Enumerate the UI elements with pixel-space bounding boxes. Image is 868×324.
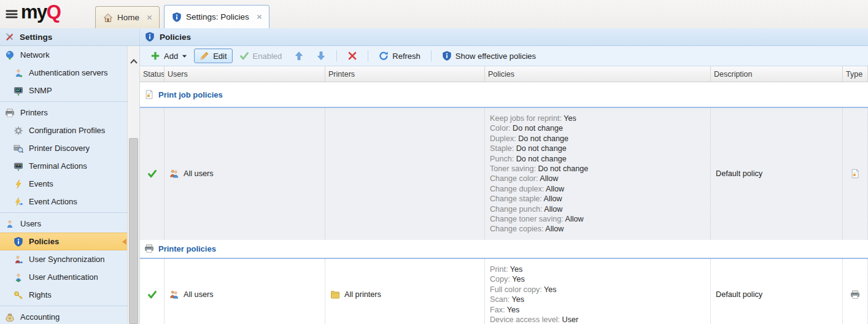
printers-value: All printers [344,290,381,299]
close-tab-icon[interactable] [256,14,263,20]
policy-line: Toner saving: Do not change [490,164,705,174]
group-row-printer-policies[interactable]: Printer policies [140,240,868,258]
user-auth-icon [14,272,23,282]
sidebar-item-authentication-servers[interactable]: Authentication servers [0,64,127,82]
enabled-label: Enabled [253,52,282,61]
description-value: Default policy [716,290,762,299]
sidebar-scrollbar[interactable] [127,46,139,324]
sidebar-item-user-authentication[interactable]: User Authentication [0,268,127,286]
tab-settings-policies[interactable]: Settings: Policies [164,5,269,28]
logo-my: my [21,1,47,23]
sidebar-item-configuration-profiles[interactable]: Configuration Profiles [0,122,127,139]
logo-q: Q [47,1,61,23]
check-icon [147,290,157,299]
column-header-description[interactable]: Description [711,66,843,82]
sidebar-item-accounting[interactable]: Accounting [0,308,127,324]
edit-button[interactable]: Edit [194,48,232,63]
sidebar-item-users[interactable]: Users [0,215,127,233]
column-header-type[interactable]: Type [843,66,868,82]
menu-button[interactable] [5,7,18,21]
printer-icon [5,108,15,118]
tools-icon [5,32,15,42]
policy-line: Copy: Yes [490,274,705,284]
sidebar-item-label: Accounting [20,312,60,322]
user-icon [5,219,15,229]
sidebar-item-snmp[interactable]: SNMP [0,82,127,99]
arrow-up-icon [294,51,304,61]
print-job-icon [850,169,860,179]
grid-header: StatusUsersPrintersPoliciesDescriptionTy… [140,66,868,82]
policy-line: Staple: Do not change [490,144,705,153]
column-header-users[interactable]: Users [165,66,325,82]
policy-line: Keep jobs for reprint: Yes [490,114,705,123]
policy-line: Print: Yes [490,264,705,274]
myq-logo: myQ [21,1,60,23]
users-cell: All users [165,259,325,324]
policy-line: Duplex: Do not change [490,134,705,144]
description-cell: Default policy [711,259,843,324]
sidebar-item-rights[interactable]: Rights [0,286,127,304]
tab-home[interactable]: Home [95,6,160,28]
policy-row[interactable]: All usersKeep jobs for reprint: YesColor… [140,107,868,240]
status-cell [140,259,165,324]
sidebar-item-user-synchronization[interactable]: User Synchronization [0,250,127,268]
add-label: Add [164,52,178,61]
column-header-policies[interactable]: Policies [485,66,711,82]
group-label: Printer policies [158,244,216,253]
add-button[interactable]: Add [145,48,193,63]
close-tab-icon[interactable] [146,14,153,21]
sidebar-item-label: Authentication servers [29,68,108,77]
sidebar-item-network[interactable]: Network [0,46,127,64]
refresh-button[interactable]: Refresh [373,48,426,63]
sidebar-item-event-actions[interactable]: Event Actions [0,193,127,210]
policy-line: Full color copy: Yes [490,285,705,295]
sidebar-item-label: Event Actions [29,197,77,206]
sidebar-item-printers[interactable]: Printers [0,104,127,122]
description-cell: Default policy [711,108,843,240]
shield-icon [145,32,155,42]
group-row-print-job-policies[interactable]: Print job policies [140,82,868,107]
printers-cell: All printers [325,259,485,324]
sidebar-separator [0,101,127,102]
sidebar-item-label: SNMP [29,86,52,95]
sidebar-item-label: User Authentication [29,272,98,282]
shield-icon [172,12,182,22]
description-value: Default policy [716,169,762,178]
scroll-up-icon[interactable] [130,56,138,62]
toolbar-separator [431,50,432,61]
folder-icon [330,290,340,299]
policy-line: Fax: Yes [490,305,705,315]
scrollbar-thumb[interactable] [129,138,138,324]
sidebar-item-events[interactable]: Events [0,175,127,193]
grid-body: Print job policiesAll usersKeep jobs for… [140,82,868,324]
app-window: myQ HomeSettings: Policies Settings Netw… [0,0,868,324]
move-down-button[interactable] [311,48,331,63]
enabled-button[interactable]: Enabled [234,48,288,63]
status-cell [140,108,165,240]
sidebar-item-label: Configuration Profiles [29,126,105,135]
sidebar-separator [0,306,127,306]
sidebar-item-printer-discovery[interactable]: Printer Discovery [0,139,127,157]
show-effective-policies-button[interactable]: Show effective policies [436,48,541,63]
column-header-printers[interactable]: Printers [325,66,485,82]
sidebar-item-policies[interactable]: Policies [0,233,127,250]
sidebar-title: Settings [20,33,52,42]
sidebar-item-label: Printers [20,108,48,117]
sidebar-item-label: Printer Discovery [29,144,90,153]
lightning-action-icon [14,197,23,207]
delete-button[interactable] [342,48,363,63]
delete-x-icon [347,51,357,61]
policy-line: Change toner saving: Allow [490,214,705,224]
policy-line: Color: Do not change [490,123,705,133]
group-users-icon [169,290,179,299]
hamburger-icon [5,7,18,21]
group-users-icon [169,169,179,179]
users-value: All users [184,169,214,178]
group-label: Print job policies [158,90,223,99]
move-up-button[interactable] [289,48,309,63]
arrow-down-icon [316,51,326,61]
sidebar-item-terminal-actions[interactable]: Terminal Actions [0,157,127,175]
column-header-status[interactable]: Status [140,66,165,82]
policy-row[interactable]: All usersAll printersPrint: YesCopy: Yes… [140,258,868,324]
network-icon [5,50,15,60]
